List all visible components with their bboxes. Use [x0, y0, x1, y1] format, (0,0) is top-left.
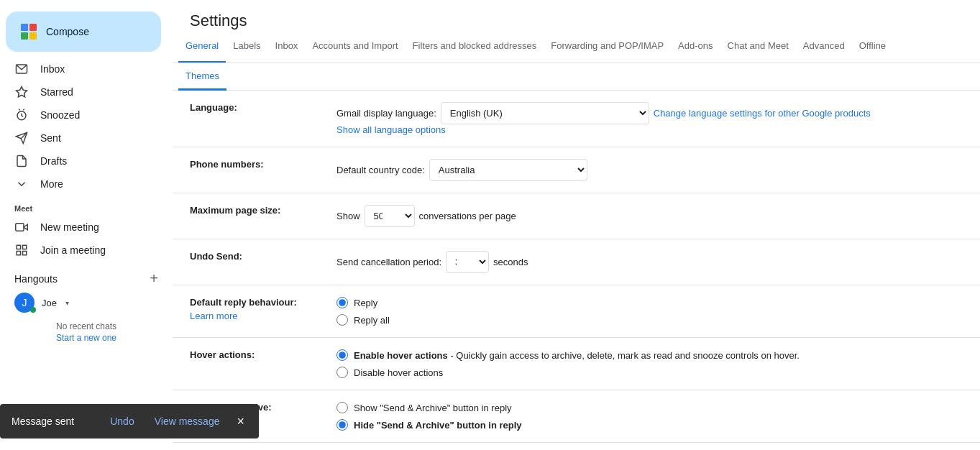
reply-radio-reply[interactable]	[336, 297, 348, 308]
drafts-icon	[14, 154, 29, 168]
seconds-label: seconds	[493, 257, 528, 267]
hover-enable-label: Enable hover actions	[354, 350, 448, 361]
send-archive-option-hide[interactable]: Hide "Send & Archive" button in reply	[336, 419, 968, 431]
svg-line-8	[23, 109, 24, 111]
main-content: Settings General Labels Inbox Accounts a…	[173, 0, 980, 450]
reply-option-all[interactable]: Reply all	[336, 314, 968, 326]
page-size-select[interactable]: 50	[365, 205, 415, 227]
tab-advanced[interactable]: Advanced	[796, 30, 852, 63]
joe-hangout-item[interactable]: J Joe ▾	[0, 290, 173, 316]
reply-radio-group: Reply Reply all	[336, 297, 968, 326]
svg-marker-11	[24, 224, 27, 230]
svg-rect-2	[21, 32, 28, 40]
join-meeting-item[interactable]: Join a meeting	[0, 239, 161, 262]
toast-message: Message sent	[12, 415, 96, 427]
sidebar-item-sent[interactable]: Sent	[0, 127, 161, 150]
reply-row: Default reply behaviour: Learn more Repl…	[173, 285, 980, 338]
svg-rect-13	[17, 245, 20, 249]
send-archive-radio-show[interactable]	[336, 402, 348, 413]
grid-icon	[14, 243, 29, 257]
phone-label: Phone numbers:	[190, 159, 264, 170]
send-archive-radio-group: Show "Send & Archive" button in reply Hi…	[336, 402, 968, 431]
tab-filters[interactable]: Filters and blocked addresses	[406, 30, 544, 63]
hover-disable-label: Disable hover actions	[354, 367, 443, 378]
tab-labels[interactable]: Labels	[226, 30, 267, 63]
reply-radio-all[interactable]	[336, 314, 348, 326]
reply-label-reply: Reply	[354, 298, 377, 308]
send-archive-radio-hide[interactable]	[336, 419, 348, 431]
text-style-row: Default text style: (Use the 'Remove for…	[173, 443, 980, 451]
new-meeting-item[interactable]: New meeting	[0, 216, 161, 239]
show-all-languages-link[interactable]: Show all language options	[336, 124, 446, 135]
compose-button[interactable]: Compose	[6, 12, 161, 52]
undo-button[interactable]: Undo	[104, 413, 139, 430]
sidebar: Compose Inbox Starred Snoozed Sent Draft…	[0, 0, 173, 450]
no-recent-chats: No recent chats	[0, 316, 173, 333]
hover-enable-desc: - Quickly gain access to archive, delete…	[448, 350, 800, 361]
reply-learn-more-link[interactable]: Learn more	[190, 311, 313, 321]
compose-label: Compose	[46, 26, 89, 37]
sidebar-item-inbox[interactable]: Inbox	[0, 58, 161, 81]
more-chevron-icon	[14, 177, 29, 191]
star-icon	[14, 85, 29, 99]
svg-rect-3	[29, 32, 37, 40]
default-country-label: Default country code:	[336, 165, 425, 175]
toast-close-button[interactable]: ×	[234, 414, 247, 429]
sidebar-item-snoozed[interactable]: Snoozed	[0, 104, 161, 127]
add-hangout-icon[interactable]: +	[150, 270, 158, 287]
joe-name: Joe	[42, 298, 57, 308]
start-new-chat-link[interactable]: Start a new one	[0, 333, 173, 343]
hover-label: Hover actions:	[190, 349, 255, 360]
sidebar-item-more[interactable]: More	[0, 173, 161, 196]
sidebar-item-drafts-label: Drafts	[40, 155, 67, 167]
hover-option-disable[interactable]: Disable hover actions	[336, 367, 968, 378]
tab-forwarding[interactable]: Forwarding and POP/IMAP	[544, 30, 671, 63]
view-message-button[interactable]: View message	[149, 413, 226, 430]
settings-tabs-row2: Themes	[173, 63, 980, 91]
hover-row: Hover actions: Enable hover actions - Qu…	[173, 338, 980, 390]
send-cancel-select[interactable]: 30	[446, 251, 489, 273]
video-icon	[14, 220, 29, 234]
page-size-label: Maximum page size:	[190, 205, 280, 216]
settings-table: Language: Gmail display language: Englis…	[173, 91, 980, 450]
svg-rect-14	[23, 245, 27, 249]
hover-option-enable[interactable]: Enable hover actions - Quickly gain acce…	[336, 349, 968, 361]
country-select[interactable]: Australia	[429, 159, 587, 181]
svg-rect-15	[17, 252, 20, 255]
new-meeting-label: New meeting	[40, 221, 99, 233]
sidebar-item-more-label: More	[40, 178, 63, 190]
tab-themes[interactable]: Themes	[178, 63, 226, 91]
hover-radio-group: Enable hover actions - Quickly gain acce…	[336, 349, 968, 378]
hover-radio-disable[interactable]	[336, 367, 348, 378]
tab-accounts-import[interactable]: Accounts and Import	[305, 30, 405, 63]
sidebar-item-sent-label: Sent	[40, 132, 61, 144]
hangouts-title: Hangouts	[14, 273, 58, 285]
sidebar-item-snoozed-label: Snoozed	[40, 109, 80, 121]
toast-notification: Message sent Undo View message ×	[0, 404, 259, 438]
tab-addons[interactable]: Add-ons	[671, 30, 720, 63]
sidebar-item-starred[interactable]: Starred	[0, 81, 161, 104]
online-indicator	[30, 307, 36, 313]
page-size-row: Maximum page size: Show 50 conversations…	[173, 193, 980, 239]
undo-send-row: Undo Send: Send cancellation period: 30 …	[173, 239, 980, 285]
joe-chevron-icon: ▾	[65, 299, 69, 307]
svg-rect-0	[21, 24, 28, 31]
tab-general[interactable]: General	[178, 30, 226, 63]
svg-rect-16	[23, 252, 27, 255]
settings-tabs: General Labels Inbox Accounts and Import…	[173, 30, 980, 63]
per-page-label: conversations per page	[419, 211, 516, 221]
tab-chat-meet[interactable]: Chat and Meet	[720, 30, 796, 63]
send-cancel-label: Send cancellation period:	[336, 257, 441, 267]
tab-inbox[interactable]: Inbox	[268, 30, 306, 63]
send-archive-option-show[interactable]: Show "Send & Archive" button in reply	[336, 402, 968, 413]
language-select[interactable]: English (UK)	[441, 102, 649, 124]
change-language-link[interactable]: Change language settings for other Googl…	[654, 108, 871, 119]
tab-offline[interactable]: Offline	[852, 30, 893, 63]
reply-option-reply[interactable]: Reply	[336, 297, 968, 308]
clock-icon	[14, 108, 29, 122]
sidebar-item-drafts[interactable]: Drafts	[0, 150, 161, 173]
svg-rect-12	[16, 224, 24, 231]
svg-marker-5	[17, 87, 27, 97]
hover-radio-enable[interactable]	[336, 349, 348, 361]
inbox-icon	[14, 62, 29, 76]
